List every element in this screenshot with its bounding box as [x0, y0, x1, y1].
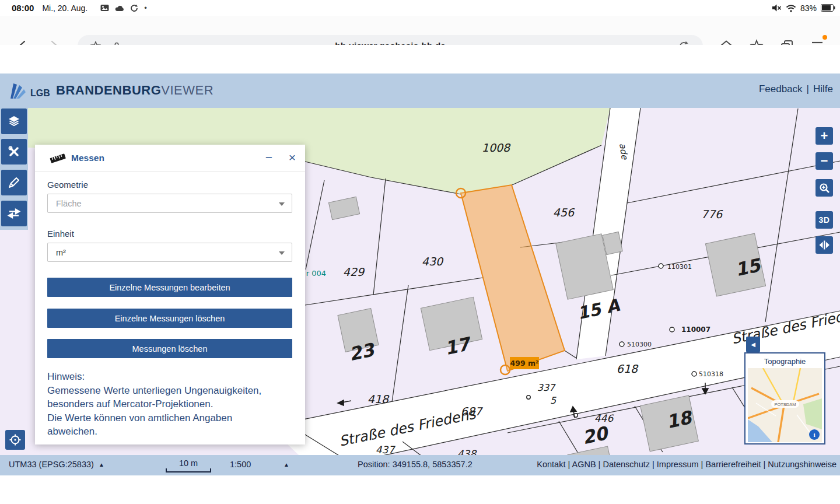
footer-link-separator: | [565, 460, 572, 469]
measurement-chip: 499 m² [510, 357, 539, 369]
hint-line: besonders auf Mercator-Projektionen. [47, 397, 295, 411]
swap-arrows-icon [7, 206, 21, 220]
feedback-link[interactable]: Feedback [759, 83, 803, 95]
minimize-button[interactable]: − [261, 150, 276, 165]
hint-title: Hinweis: [47, 370, 295, 384]
map-label: 429 [343, 265, 365, 278]
measure-dialog: Messen − × Geometrie Fläche Einheit m² E… [35, 145, 305, 444]
info-icon[interactable]: i [809, 429, 820, 440]
battery-icon [821, 4, 835, 12]
lgb-logo-text: LGB [30, 88, 50, 100]
unit-value: m² [56, 248, 66, 257]
title-light: VIEWER [161, 83, 214, 97]
map-label: 430 [422, 255, 444, 268]
scale-caret-icon: ▲ [284, 461, 289, 468]
dialog-title: Messen [71, 153, 104, 163]
footer-link[interactable]: Datenschutz [603, 460, 650, 469]
date: Mi., 20. Aug. [42, 4, 88, 13]
android-status-bar: 08:00 Mi., 20. Aug. • 83% [0, 0, 840, 16]
map-label: 5 [550, 395, 556, 406]
android-taskbar: 31 1 [0, 475, 840, 504]
footer-link[interactable]: Impressum [657, 460, 699, 469]
scale-bar-line [166, 468, 211, 473]
map-label: 438 [457, 448, 478, 455]
magnifier-plus-icon [817, 181, 831, 195]
lgb-logo [8, 80, 28, 100]
wifi-icon [786, 4, 796, 12]
app-header: LGB BRANDENBURGVIEWER Feedback | Hilfe [0, 74, 840, 108]
chevron-down-icon [279, 202, 285, 206]
header-link-separator: | [807, 83, 809, 95]
map-label: 456 [553, 206, 575, 219]
locate-button[interactable] [5, 430, 25, 450]
measured-polygon[interactable] [461, 185, 565, 371]
browser-tab-bar: BRANDENBURGVIEWER × + [0, 45, 840, 74]
footer-link[interactable]: Nutzungshinweise [768, 460, 836, 469]
map-label: 776 [701, 208, 723, 220]
tools-button[interactable] [1, 139, 27, 164]
scale-selector[interactable]: 1:500 [230, 460, 251, 469]
map-status-bar: UTM33 (EPSG:25833) ▲ 10 m 1:500 ▲ Positi… [0, 455, 840, 475]
map-label: 15 A [576, 295, 622, 324]
swap-layers-button[interactable] [1, 201, 27, 226]
crosshair-icon [8, 433, 22, 447]
map-label: 1008 [482, 141, 511, 154]
swipe-icon [817, 238, 831, 252]
zoom-box-button[interactable] [816, 179, 833, 197]
help-link[interactable]: Hilfe [813, 83, 833, 95]
hint-line: Die Werte können von amtlichen Angaben [47, 411, 295, 425]
crs-selector[interactable]: UTM33 (EPSG:25833) ▲ [9, 460, 104, 469]
measure-vertex-handle[interactable] [501, 365, 510, 374]
gallery-notification-icon [100, 4, 109, 12]
delete-single-measurements-button[interactable]: Einzelne Messungen löschen [47, 309, 292, 328]
draw-icon [7, 176, 21, 190]
footer-link[interactable]: Barrierefreiheit [705, 460, 761, 469]
map-label: 618 [617, 362, 639, 375]
swipe-compare-button[interactable] [816, 236, 833, 254]
map-label: 110301 [667, 263, 692, 271]
footer-link-separator: | [699, 460, 706, 469]
map-label: r 004 [306, 269, 326, 278]
sync-notification-icon [130, 4, 138, 12]
zoom-in-button[interactable]: + [816, 127, 833, 145]
map-label: 510318 [699, 370, 723, 378]
battery-percent: 83% [800, 4, 817, 13]
geometry-value: Fläche [56, 199, 82, 208]
clock: 08:00 [12, 3, 34, 13]
geometry-select[interactable]: Fläche [47, 194, 292, 213]
measure-dialog-header[interactable]: Messen − × [35, 145, 305, 172]
map-label: 20 [580, 422, 611, 448]
layers-button[interactable] [1, 108, 27, 134]
overview-title: Topographie [746, 357, 824, 366]
measure-vertex-handle[interactable] [456, 188, 466, 198]
map-label: 337 [537, 382, 556, 393]
map-label: 437 [376, 444, 396, 455]
3d-view-button[interactable]: 3D [816, 211, 833, 229]
hint-line: Gemessene Werte unterliegen Ungenauigkei… [47, 384, 295, 398]
unit-select[interactable]: m² [47, 243, 292, 262]
map-label: 446 [594, 412, 614, 424]
close-button[interactable]: × [285, 150, 300, 165]
edit-measurements-button[interactable]: Einzelne Messungen bearbeiten [47, 278, 292, 297]
layers-icon [7, 114, 21, 128]
title-bold: BRANDENBURG [56, 83, 161, 97]
footer-link[interactable]: AGNB [572, 460, 596, 469]
geometry-label: Geometrie [47, 180, 88, 190]
crs-value[interactable]: UTM33 (EPSG:25833) [9, 460, 94, 469]
cursor-position: Position: 349155.8, 5853357.2 [358, 460, 473, 469]
zoom-out-button[interactable]: − [816, 152, 833, 170]
delete-measurements-button[interactable]: Messungen löschen [47, 339, 292, 358]
map-label: 110007 [681, 326, 710, 334]
footer-link-separator: | [650, 460, 657, 469]
browser-toolbar: bb-viewer.geobasis-bb.de [0, 16, 840, 45]
overview-collapse-button[interactable]: ◀ [746, 337, 760, 352]
screen: 08:00 Mi., 20. Aug. • 83% bb-viewer.geob… [0, 0, 840, 504]
scale-ratio[interactable]: 1:500 [230, 460, 251, 469]
page-title: BRANDENBURGVIEWER [56, 83, 214, 98]
menu-notification-dot [822, 35, 827, 40]
scale-bar-label: 10 m [179, 459, 198, 468]
chevron-down-icon [279, 251, 285, 255]
notification-dot: • [144, 4, 147, 12]
draw-button[interactable] [1, 170, 27, 195]
footer-link[interactable]: Kontakt [537, 460, 565, 469]
